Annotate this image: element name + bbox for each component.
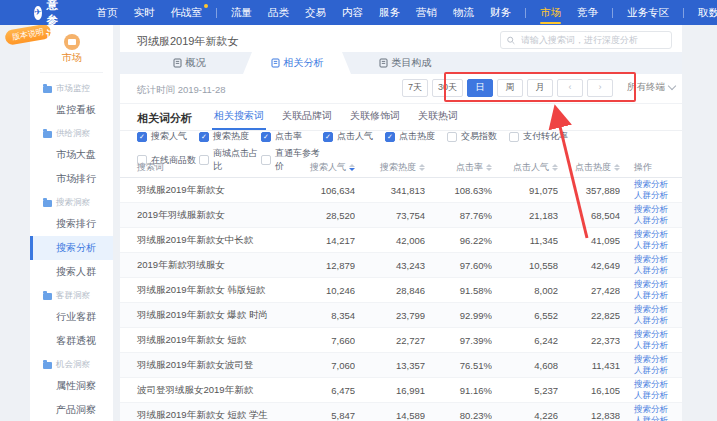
column-header-点击人气[interactable]: 点击人气 <box>492 158 558 178</box>
metric-cell: 87.76% <box>425 203 492 228</box>
nav-item-财务[interactable]: 财务 <box>482 0 519 25</box>
sidebar-item-客群透视[interactable]: 客群透视 <box>30 329 113 353</box>
table-row: 2019年羽绒服新款女28,52073,75487.76%21,18368,50… <box>120 203 682 228</box>
action-link-搜索分析[interactable]: 搜索分析 <box>634 404 682 415</box>
metric-cell: 13,357 <box>355 353 425 378</box>
metric-cell: 91,075 <box>492 178 558 203</box>
column-header-搜索人气[interactable]: 搜索人气 <box>302 158 355 178</box>
nav-item-竞争[interactable]: 竞争 <box>569 0 606 25</box>
action-link-人群分析[interactable]: 人群分析 <box>634 190 682 201</box>
nav-item-label: 竞争 <box>577 6 598 18</box>
metric-cell: 7,660 <box>302 328 355 353</box>
sub-tab-关联热词[interactable]: 关联热词 <box>416 104 460 130</box>
app-logo[interactable]: 生意参谋 <box>34 0 65 43</box>
nav-item-业务专区[interactable]: 业务专区 <box>619 0 677 25</box>
sidebar-item-市场排行[interactable]: 市场排行 <box>30 167 113 191</box>
checkbox-checked-icon <box>199 132 209 142</box>
period-button-周[interactable]: 周 <box>497 79 523 97</box>
column-header-label: 操作 <box>634 162 652 172</box>
sidebar-item-搜索排行[interactable]: 搜索排行 <box>30 212 113 236</box>
action-link-搜索分析[interactable]: 搜索分析 <box>634 179 682 190</box>
tab-概况[interactable]: 概况 <box>135 52 243 74</box>
action-link-人群分析[interactable]: 人群分析 <box>634 240 682 251</box>
terminal-filter-dropdown[interactable]: 所有终端 <box>627 81 675 94</box>
action-link-搜索分析[interactable]: 搜索分析 <box>634 279 682 290</box>
metric-cell: 11,345 <box>492 228 558 253</box>
column-header-点击率[interactable]: 点击率 <box>425 158 492 178</box>
nav-item-物流[interactable]: 物流 <box>445 0 482 25</box>
search-input[interactable] <box>519 34 665 46</box>
column-header-点击热度[interactable]: 点击热度 <box>558 158 620 178</box>
nav-item-首页[interactable]: 首页 <box>89 0 126 25</box>
nav-item-交易[interactable]: 交易 <box>297 0 334 25</box>
market-icon <box>64 34 80 50</box>
metric-cell: 80.23% <box>425 403 492 421</box>
action-link-搜索分析[interactable]: 搜索分析 <box>634 354 682 365</box>
action-link-人群分析[interactable]: 人群分析 <box>634 415 682 421</box>
metric-cell: 5,237 <box>492 378 558 403</box>
tab-类目构成[interactable]: 类目构成 <box>351 52 459 74</box>
nav-item-作战室[interactable]: 作战室 <box>163 0 211 25</box>
sub-tab-关联修饰词[interactable]: 关联修饰词 <box>348 104 402 130</box>
action-link-搜索分析[interactable]: 搜索分析 <box>634 379 682 390</box>
folder-icon <box>43 131 52 138</box>
logo-icon <box>34 6 42 20</box>
sort-down-caret <box>552 168 558 171</box>
metric-checkbox-搜索热度[interactable]: 搜索热度 <box>199 130 261 143</box>
action-link-人群分析[interactable]: 人群分析 <box>634 390 682 401</box>
column-header-搜索热度[interactable]: 搜索热度 <box>355 158 425 178</box>
prev-period-button[interactable]: ‹ <box>557 79 583 97</box>
column-header-搜索词: 搜索词 <box>120 158 302 178</box>
nav-item-营销[interactable]: 营销 <box>408 0 445 25</box>
action-link-人群分析[interactable]: 人群分析 <box>634 340 682 351</box>
metric-checkbox-搜索人气[interactable]: 搜索人气 <box>137 130 199 143</box>
period-button-30天[interactable]: 30天 <box>432 79 463 97</box>
nav-item-市场[interactable]: 市场 <box>532 0 569 25</box>
action-link-搜索分析[interactable]: 搜索分析 <box>634 229 682 240</box>
metric-checkbox-点击热度[interactable]: 点击热度 <box>385 130 447 143</box>
nav-item-取数[interactable]: 取数 <box>690 0 717 25</box>
action-link-搜索分析[interactable]: 搜索分析 <box>634 254 682 265</box>
nav-divider <box>683 8 684 18</box>
sidebar-item-搜索分析[interactable]: 搜索分析 <box>30 236 113 260</box>
period-button-日[interactable]: 日 <box>467 79 493 97</box>
nav-item-内容[interactable]: 内容 <box>334 0 371 25</box>
action-link-搜索分析[interactable]: 搜索分析 <box>634 204 682 215</box>
sidebar-group-label: 市场监控 <box>56 83 90 95</box>
nav-item-品类[interactable]: 品类 <box>260 0 297 25</box>
search-term-cell: 羽绒服2019年新款女 韩版短款 <box>120 278 302 303</box>
sort-down-caret <box>419 168 425 171</box>
tab-相关分析[interactable]: 相关分析 <box>243 52 351 74</box>
metric-checkbox-点击人气[interactable]: 点击人气 <box>323 130 385 143</box>
nav-item-实时[interactable]: 实时 <box>126 0 163 25</box>
sidebar-item-搜索人群[interactable]: 搜索人群 <box>30 260 113 284</box>
action-link-搜索分析[interactable]: 搜索分析 <box>634 329 682 340</box>
metric-checkbox-点击率[interactable]: 点击率 <box>261 130 323 143</box>
action-link-人群分析[interactable]: 人群分析 <box>634 315 682 326</box>
sub-tab-相关搜索词[interactable]: 相关搜索词 <box>212 104 266 130</box>
period-button-月[interactable]: 月 <box>527 79 553 97</box>
action-link-人群分析[interactable]: 人群分析 <box>634 215 682 226</box>
sidebar-item-监控看板[interactable]: 监控看板 <box>30 98 113 122</box>
sidebar-item-产品洞察[interactable]: 产品洞察 <box>30 398 113 421</box>
sidebar-item-属性洞察[interactable]: 属性洞察 <box>30 374 113 398</box>
actions-cell: 搜索分析人群分析 <box>620 178 682 203</box>
next-period-button[interactable]: › <box>587 79 613 97</box>
checkbox-checked-icon <box>137 132 147 142</box>
sort-icon <box>419 164 425 171</box>
metric-checkbox-支付转化率[interactable]: 支付转化率 <box>509 130 571 143</box>
nav-item-流量[interactable]: 流量 <box>223 0 260 25</box>
nav-item-label: 服务 <box>379 6 400 18</box>
period-button-7天[interactable]: 7天 <box>402 79 428 97</box>
action-link-搜索分析[interactable]: 搜索分析 <box>634 304 682 315</box>
action-link-人群分析[interactable]: 人群分析 <box>634 290 682 301</box>
sidebar-item-市场大盘[interactable]: 市场大盘 <box>30 143 113 167</box>
column-header-label: 点击率 <box>456 162 483 172</box>
sidebar-item-行业客群[interactable]: 行业客群 <box>30 305 113 329</box>
sort-up-caret <box>419 164 425 167</box>
sub-tab-关联品牌词[interactable]: 关联品牌词 <box>280 104 334 130</box>
action-link-人群分析[interactable]: 人群分析 <box>634 365 682 376</box>
action-link-人群分析[interactable]: 人群分析 <box>634 265 682 276</box>
metric-checkbox-交易指数[interactable]: 交易指数 <box>447 130 509 143</box>
nav-item-服务[interactable]: 服务 <box>371 0 408 25</box>
